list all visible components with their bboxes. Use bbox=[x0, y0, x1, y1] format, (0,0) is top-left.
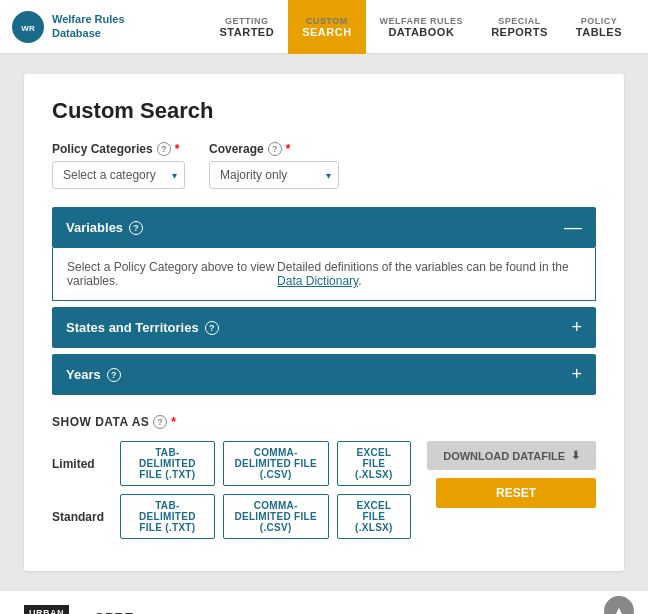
form-row: Policy Categories ? * Select a category … bbox=[52, 142, 596, 189]
show-data-section: SHOW DATA AS ? * Limited TAB-DELIMITED F… bbox=[52, 415, 596, 547]
logo-text: Welfare Rules Database bbox=[52, 13, 125, 39]
limited-row: Limited TAB-DELIMITED FILE (.TXT) COMMA-… bbox=[52, 441, 411, 486]
logo-area: WR Welfare Rules Database bbox=[12, 11, 125, 43]
variables-accordion-body: Select a Policy Category above to view v… bbox=[52, 248, 596, 301]
download-datafile-button[interactable]: DOWNLOAD DATAFILE ⬇ bbox=[427, 441, 596, 470]
variables-info-icon[interactable]: ? bbox=[129, 221, 143, 235]
scroll-top-icon: ▲ bbox=[612, 603, 626, 614]
page-title: Custom Search bbox=[52, 98, 596, 124]
footer-wrapper: URBAN INSTITUTE ≡OPRE About Getting Star… bbox=[0, 591, 648, 614]
opre-logo: ≡OPRE bbox=[86, 610, 134, 614]
variables-accordion-header[interactable]: Variables ? — bbox=[52, 207, 596, 248]
reset-button[interactable]: RESET bbox=[436, 478, 596, 508]
policy-categories-select-wrapper: Select a category ▾ bbox=[52, 161, 185, 189]
main-content: Custom Search Policy Categories ? * Sele… bbox=[0, 54, 648, 591]
footer: URBAN INSTITUTE ≡OPRE About Getting Star… bbox=[0, 591, 648, 614]
nav-getting-started[interactable]: Getting STARTED bbox=[206, 0, 289, 54]
years-expand-icon: + bbox=[571, 364, 582, 385]
coverage-required-star: * bbox=[286, 142, 291, 156]
data-files: Limited TAB-DELIMITED FILE (.TXT) COMMA-… bbox=[52, 441, 411, 547]
policy-categories-label: Policy Categories ? * bbox=[52, 142, 185, 156]
years-accordion-header[interactable]: Years ? + bbox=[52, 354, 596, 395]
nav-policy-tables[interactable]: Policy TABLES bbox=[562, 0, 636, 54]
show-data-info-icon[interactable]: ? bbox=[153, 415, 167, 429]
download-icon: ⬇ bbox=[571, 449, 580, 462]
show-data-label: SHOW DATA AS ? * bbox=[52, 415, 596, 429]
limited-xlsx-button[interactable]: EXCEL FILE (.XLSX) bbox=[337, 441, 412, 486]
states-accordion-header[interactable]: States and Territories ? + bbox=[52, 307, 596, 348]
header: WR Welfare Rules Database Getting STARTE… bbox=[0, 0, 648, 54]
standard-csv-button[interactable]: COMMA-DELIMITED FILE (.CSV) bbox=[223, 494, 329, 539]
main-nav: Getting STARTED Custom SEARCH Welfare Ru… bbox=[206, 0, 636, 54]
show-data-required-star: * bbox=[171, 415, 176, 429]
variables-collapse-icon: — bbox=[564, 217, 582, 238]
coverage-select[interactable]: Majority only bbox=[209, 161, 339, 189]
policy-categories-group: Policy Categories ? * Select a category … bbox=[52, 142, 185, 189]
coverage-label: Coverage ? * bbox=[209, 142, 339, 156]
policy-categories-info-icon[interactable]: ? bbox=[157, 142, 171, 156]
limited-label: Limited bbox=[52, 457, 112, 471]
years-accordion: Years ? + bbox=[52, 354, 596, 395]
action-buttons: DOWNLOAD DATAFILE ⬇ RESET bbox=[427, 441, 596, 508]
logo-icon: WR bbox=[12, 11, 44, 43]
data-files-and-actions: Limited TAB-DELIMITED FILE (.TXT) COMMA-… bbox=[52, 441, 596, 547]
standard-row: Standard TAB-DELIMITED FILE (.TXT) COMMA… bbox=[52, 494, 411, 539]
data-dictionary-link[interactable]: Data Dictionary bbox=[277, 274, 358, 288]
states-info-icon[interactable]: ? bbox=[205, 321, 219, 335]
urban-institute-logo: URBAN INSTITUTE bbox=[24, 605, 70, 614]
standard-xlsx-button[interactable]: EXCEL FILE (.XLSX) bbox=[337, 494, 412, 539]
svg-text:WR: WR bbox=[21, 24, 35, 33]
standard-label: Standard bbox=[52, 510, 112, 524]
years-info-icon[interactable]: ? bbox=[107, 368, 121, 382]
footer-logos: URBAN INSTITUTE ≡OPRE bbox=[24, 605, 134, 614]
search-card: Custom Search Policy Categories ? * Sele… bbox=[24, 74, 624, 571]
required-star: * bbox=[175, 142, 180, 156]
variables-accordion: Variables ? — Select a Policy Category a… bbox=[52, 207, 596, 301]
states-expand-icon: + bbox=[571, 317, 582, 338]
coverage-info-icon[interactable]: ? bbox=[268, 142, 282, 156]
limited-csv-button[interactable]: COMMA-DELIMITED FILE (.CSV) bbox=[223, 441, 329, 486]
limited-txt-button[interactable]: TAB-DELIMITED FILE (.TXT) bbox=[120, 441, 215, 486]
states-accordion: States and Territories ? + bbox=[52, 307, 596, 348]
urban-box-text: URBAN bbox=[24, 605, 69, 614]
nav-special-reports[interactable]: Special REPORTS bbox=[477, 0, 562, 54]
coverage-group: Coverage ? * Majority only ▾ bbox=[209, 142, 339, 189]
policy-categories-select[interactable]: Select a category bbox=[52, 161, 185, 189]
coverage-select-wrapper: Majority only ▾ bbox=[209, 161, 339, 189]
nav-welfare-rules[interactable]: Welfare Rules DATABOOK bbox=[366, 0, 478, 54]
standard-txt-button[interactable]: TAB-DELIMITED FILE (.TXT) bbox=[120, 494, 215, 539]
nav-custom-search[interactable]: Custom SEARCH bbox=[288, 0, 365, 54]
